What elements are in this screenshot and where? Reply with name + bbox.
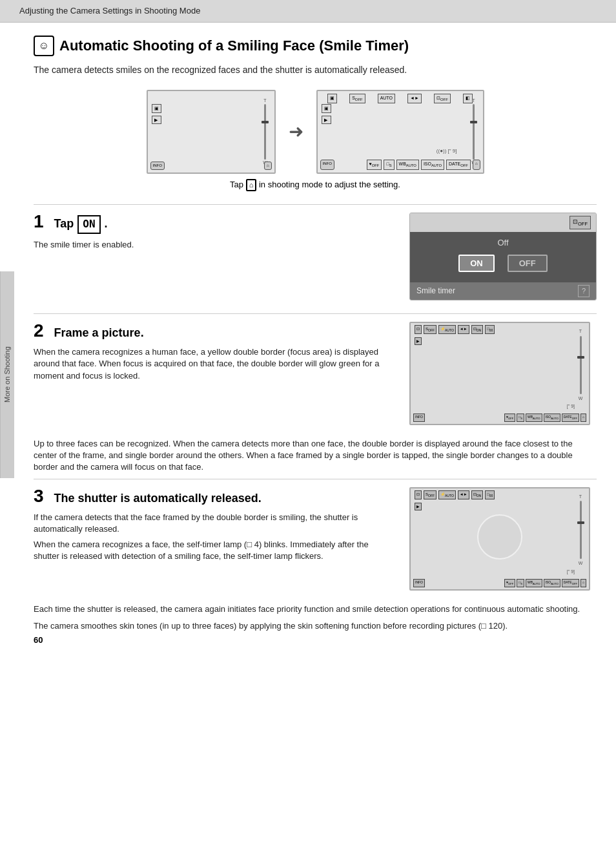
cs-t3-icon-6: □00 [485,490,495,499]
smile-panel-icon: ⊡OFF [570,216,591,229]
home-btn-2: ⌂ [473,160,480,170]
step-3-left: 3 The shutter is automatically released.… [34,487,396,591]
cs-t-icon-6: □00 [485,325,495,334]
step-2-number: 2 [34,322,44,340]
step-3-after-2: The camera smoothes skin tones (in up to… [34,620,597,632]
cam-mode-icon-2: ▣ [322,104,331,113]
step-3: 3 The shutter is automatically released.… [34,479,597,591]
cam-zoom-slider: T W [262,98,269,166]
step-1-desc: The smile timer is enabled. [34,239,396,251]
step-3-heading-text: The shutter is automatically released. [54,490,262,507]
page-title: ☺ Automatic Shooting of a Smiling Face (… [34,36,597,56]
side-tab: More on Shooting [0,271,14,478]
smile-on-button[interactable]: ON [458,255,495,272]
on-badge: ON [77,215,100,233]
top-icon-1: ▣ [327,94,337,104]
step-1: 1 Tap ON. The smile timer is enabled. ⊡O… [34,204,597,300]
cs-b-info-2: INFO [413,414,425,422]
info-btn: INFO [150,162,165,169]
cam-bottom-row-2: INFO ♥OFF □S WBAUTO ISOAUTO DATEOFF ⌂ [320,160,480,170]
side-tab-label: More on Shooting [3,347,12,403]
step-2-right: ⊡ SOFF ⚡AUTO ◄► ⊡ON □00 ▶ T [409,322,597,425]
step-3-after-1: Each time the shutter is released, the c… [34,603,597,615]
cam-left-icons: ▣ ▶ [152,104,161,125]
step-3-para-2: When the camera recognizes a face, the s… [34,539,396,562]
cam-bottom-row: INFO ⌂ [150,162,272,169]
camera-screen-before: ▣ ▶ T W INFO ⌂ [147,90,276,174]
b-icon-1: ♥OFF [367,160,382,170]
smile-panel-body: Off ON OFF [410,232,596,282]
cs-b-info-3: INFO [413,579,425,587]
step-2-left: 2 Frame a picture. When the camera recog… [34,322,396,425]
cam-mid-icons: ((●)) [" 9] [436,147,457,154]
step-1-tap-word: Tap [54,216,74,232]
cs-t-icon-4: ◄► [458,325,469,334]
tap-suffix: in shooting mode to adjust the setting. [259,180,400,189]
smile-panel-top: ⊡OFF [410,213,596,232]
cs-bottom-icons-3: ♥OFF □S WBAUTO ISOAUTO DATEOFF ⌂ [504,579,586,587]
step-2-para-2: Up to three faces can be recognized. Whe… [34,438,597,474]
cs-t-icon-2: SOFF [424,325,436,334]
cs-bottom-icons-2: ♥OFF □S WBAUTO ISOAUTO DATEOFF ⌂ [504,414,586,422]
step-3-number: 3 [34,487,44,505]
cs-t3-icon-5: ⊡ON [471,490,484,499]
step-1-number: 1 [34,213,44,231]
b-icon-3: WBAUTO [396,160,419,170]
cs-top-icons-3: ⊡ SOFF ⚡AUTO ◄► ⊡ON □00 [415,490,495,499]
top-icon-4: ◄► [407,94,422,104]
smile-panel: ⊡OFF Off ON OFF Smile timer ? [409,213,597,300]
step-1-heading: 1 Tap ON. [34,213,396,233]
step-2-para-1: When the camera recognizes a human face,… [34,346,396,382]
cs-right-ctrl-3: T W [576,494,585,584]
step-3-right: ⊡ SOFF ⚡AUTO ◄► ⊡ON □00 ▶ T [409,487,597,591]
bottom-icons: ♥OFF □S WBAUTO ISOAUTO DATEOFF ⌂ [367,160,480,170]
step-1-left: 1 Tap ON. The smile timer is enabled. [34,213,396,300]
cs-right-ctrl-2: T W [576,328,585,419]
step-1-right: ⊡OFF Off ON OFF Smile timer ? [409,213,597,300]
cs-top-row-3: ⊡ SOFF ⚡AUTO ◄► ⊡ON □00 [411,488,589,501]
cam-screen-step2: ⊡ SOFF ⚡AUTO ◄► ⊡ON □00 ▶ T [409,322,590,425]
cam-zoom-slider-2: T W [470,98,478,166]
cam-play-icon-2: ▶ [322,116,331,125]
cs-mid-3: [" 9] [567,569,575,575]
step-3-para-1: If the camera detects that the face fram… [34,512,396,535]
top-icon-2: SOFF [349,94,365,104]
info-btn-2: INFO [320,160,334,170]
cs-face-frame [477,514,522,560]
step-2-heading: 2 Frame a picture. [34,322,396,341]
cam-top-icons: ▣ SOFF AUTO ◄► ⊡OFF ◧ [318,91,483,107]
page-title-text: Automatic Shooting of a Smiling Face (Sm… [59,36,409,56]
cs-top-row-2: ⊡ SOFF ⚡AUTO ◄► ⊡ON □00 [411,323,589,336]
cs-t-icon-5: ⊡ON [471,325,484,334]
cs-left-btns-3: ▶ [415,503,422,510]
cs-left-btns-2: ▶ [415,337,422,345]
cs-t3-icon-3: ⚡AUTO [438,490,456,499]
cs-t-icon-3: ⚡AUTO [438,325,456,334]
smile-help-icon[interactable]: ? [578,285,590,297]
cs-t3-icon-1: ⊡ [415,490,422,499]
cs-lb-1: ▶ [415,337,422,345]
cam-left-icons-2: ▣ ▶ [322,104,331,125]
top-icon-3: AUTO [378,94,395,104]
cs-top-icons-2: ⊡ SOFF ⚡AUTO ◄► ⊡ON □00 [415,325,495,334]
smile-off-text: Off [418,237,588,249]
diagrams-row: ▣ ▶ T W INFO ⌂ ➜ ▣ SOFF AUTO ◄► [34,90,597,174]
step-2-heading-text: Frame a picture. [54,325,144,341]
cs-mid-2: [" 9] [567,403,575,410]
smile-footer-text: Smile timer [416,286,455,297]
cam-mode-icon: ▣ [152,104,161,113]
cs-bottom-row-2: INFO ♥OFF □S WBAUTO ISOAUTO DATEOFF ⌂ [413,414,586,422]
cs-bottom-row-3: INFO ♥OFF □S WBAUTO ISOAUTO DATEOFF ⌂ [413,579,586,587]
cs-t-icon-1: ⊡ [415,325,422,334]
b-icon-2: □S [384,160,394,170]
camera-screen-after: ▣ SOFF AUTO ◄► ⊡OFF ◧ ▣ ▶ ((●)) [" 9] T … [316,90,484,174]
top-icon-5: ⊡OFF [434,94,451,104]
smile-panel-footer: Smile timer ? [410,282,596,300]
smile-off-button[interactable]: OFF [508,255,548,272]
step-2: 2 Frame a picture. When the camera recog… [34,313,597,425]
smile-timer-icon: ☺ [34,36,54,56]
header-bar: Adjusting the Camera Settings in Shootin… [0,0,616,23]
tap-instruction: Tap ⌂ in shooting mode to adjust the set… [34,179,597,191]
tap-word: Tap [230,180,243,189]
header-title: Adjusting the Camera Settings in Shootin… [19,6,200,16]
